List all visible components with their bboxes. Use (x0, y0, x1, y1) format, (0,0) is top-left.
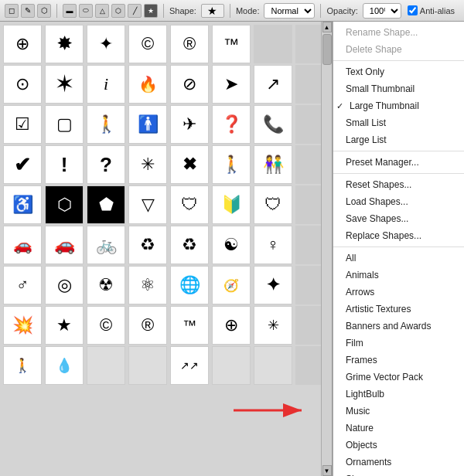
shape-cell[interactable]: ⊕ (3, 25, 42, 63)
shape-cell[interactable]: ▽ (128, 185, 167, 224)
scrollbar[interactable]: ▲ ▼ (321, 22, 332, 476)
shape-rect-icon[interactable]: ▬ (63, 4, 77, 18)
anti-alias-checkbox[interactable] (408, 5, 418, 15)
shape-cell[interactable]: 🚗 (3, 226, 42, 264)
shape-cell[interactable]: ! (45, 145, 84, 184)
shape-cell[interactable]: 🔥 (128, 65, 167, 104)
shape-cell[interactable]: ® (128, 306, 167, 345)
shape-cell[interactable]: 💥 (3, 306, 42, 345)
shape-cell[interactable]: 🚗 (45, 226, 84, 264)
shape-cell[interactable]: ⚛ (128, 266, 167, 304)
shape-cell[interactable]: ™ (212, 25, 251, 63)
menu-item-film[interactable]: Film (333, 335, 464, 352)
opacity-select[interactable]: 100% (363, 3, 401, 19)
shape-cell[interactable]: ⬟ (87, 185, 125, 224)
menu-item-arrows[interactable]: Arrows (333, 284, 464, 301)
shape-cell[interactable]: 💧 (45, 346, 84, 385)
shape-cell[interactable]: ⊙ (3, 65, 42, 104)
toolbar-tool-icon-2[interactable]: ✎ (21, 4, 35, 18)
menu-item-reset-shapes[interactable]: Reset Shapes... (333, 176, 464, 193)
menu-item-nature[interactable]: Nature (333, 420, 464, 437)
shape-cell[interactable]: ❓ (212, 105, 251, 144)
menu-item-banners-awards[interactable]: Banners and Awards (333, 318, 464, 335)
shape-cell[interactable] (128, 346, 167, 385)
menu-item-objects[interactable]: Objects (333, 437, 464, 454)
shape-cell[interactable]: 🧭 (212, 266, 251, 304)
shape-cell[interactable]: ➤ (212, 65, 251, 104)
shape-cell[interactable]: 🌐 (170, 266, 209, 304)
mode-select[interactable]: Normal (264, 3, 315, 19)
menu-item-grime-vector[interactable]: Grime Vector Pack (333, 369, 464, 386)
shape-cell[interactable]: ⊕ (212, 306, 251, 345)
shape-cell[interactable]: © (87, 306, 125, 345)
anti-alias-label[interactable]: Anti-alias (408, 5, 455, 15)
menu-item-rename-shape[interactable]: Rename Shape... (333, 24, 464, 41)
shape-cell[interactable]: ☑ (3, 105, 42, 144)
shape-cell[interactable]: ? (87, 145, 125, 184)
scrollbar-up-button[interactable]: ▲ (322, 22, 332, 32)
shape-cell[interactable]: ♻ (170, 226, 209, 264)
shape-cell[interactable] (254, 25, 292, 63)
shape-cell[interactable]: ▢ (45, 105, 84, 144)
shape-cell[interactable]: 📞 (254, 105, 292, 144)
shape-cell[interactable]: ✦ (87, 25, 125, 63)
shape-cell[interactable]: ™ (170, 306, 209, 345)
toolbar-tool-icon-1[interactable]: ◻ (5, 4, 19, 18)
menu-item-save-shapes[interactable]: Save Shapes... (333, 210, 464, 227)
shape-cell[interactable]: ★ (45, 306, 84, 345)
menu-item-delete-shape[interactable]: Delete Shape (333, 41, 464, 58)
scrollbar-down-button[interactable]: ▼ (322, 465, 332, 476)
menu-item-load-shapes[interactable]: Load Shapes... (333, 193, 464, 210)
shape-cell[interactable]: ⊘ (170, 65, 209, 104)
menu-item-frames[interactable]: Frames (333, 352, 464, 369)
shape-cell[interactable]: ✔ (3, 145, 42, 184)
shape-poly-icon[interactable]: ⬡ (111, 4, 125, 18)
shape-cell[interactable]: ✶ (45, 65, 84, 104)
menu-item-ornaments[interactable]: Ornaments (333, 454, 464, 471)
shape-cell[interactable]: ✳ (128, 145, 167, 184)
shape-cell[interactable]: 🚶 (3, 346, 42, 385)
menu-item-preset-manager[interactable]: Preset Manager... (333, 154, 464, 171)
menu-item-all[interactable]: All (333, 250, 464, 267)
shape-custom-icon[interactable]: ★ (144, 4, 158, 18)
shape-cell[interactable]: ↗↗ (170, 346, 209, 385)
shape-preview[interactable]: ★ (201, 4, 224, 18)
menu-item-animals[interactable]: Animals (333, 267, 464, 284)
menu-item-text-only[interactable]: Text Only (333, 63, 464, 80)
shape-cell[interactable]: 🚲 (87, 226, 125, 264)
menu-item-large-list[interactable]: Large List (333, 131, 464, 148)
shape-cell[interactable]: ✳ (254, 306, 292, 345)
shape-cell[interactable] (254, 346, 292, 385)
shape-cell[interactable]: ✦ (254, 266, 292, 304)
menu-item-large-thumbnail[interactable]: ✓ Large Thumbnail (333, 97, 464, 114)
scrollbar-thumb[interactable] (322, 34, 332, 65)
shape-cell[interactable]: 🔰 (212, 185, 251, 224)
shape-cell[interactable]: ✸ (45, 25, 84, 63)
shape-cell[interactable]: ↗ (254, 65, 292, 104)
shape-cell[interactable]: ☯ (212, 226, 251, 264)
shape-cell[interactable]: ✈ (170, 105, 209, 144)
shape-cell[interactable]: ® (170, 25, 209, 63)
shape-cell[interactable]: © (128, 25, 167, 63)
shape-ellipse-icon[interactable]: ⬭ (79, 4, 93, 18)
shape-cell[interactable]: 🛡 (254, 185, 292, 224)
shape-cell[interactable]: ☢ (87, 266, 125, 304)
shape-cell[interactable]: ✖ (170, 145, 209, 184)
toolbar-tool-icon-3[interactable]: ⬡ (37, 4, 51, 18)
menu-item-replace-shapes[interactable]: Replace Shapes... (333, 227, 464, 244)
shape-cell[interactable]: ⬡ (45, 185, 84, 224)
shape-cell[interactable] (87, 346, 125, 385)
shape-cell[interactable]: ♻ (128, 226, 167, 264)
shape-cell[interactable]: 🚹 (128, 105, 167, 144)
shape-cell[interactable]: 🚶 (212, 145, 251, 184)
shape-cell[interactable]: 👫 (254, 145, 292, 184)
menu-item-shapes[interactable]: Shapes (333, 471, 464, 476)
shape-cell[interactable]: ♂ (3, 266, 42, 304)
shape-line-icon[interactable]: ╱ (128, 4, 142, 18)
shape-cell[interactable]: ♀ (254, 226, 292, 264)
shape-cell[interactable]: ♿ (3, 185, 42, 224)
shape-cell[interactable] (212, 346, 251, 385)
shape-triangle-icon[interactable]: △ (95, 4, 109, 18)
shape-cell[interactable]: ◎ (45, 266, 84, 304)
menu-item-small-thumbnail[interactable]: Small Thumbnail (333, 80, 464, 97)
